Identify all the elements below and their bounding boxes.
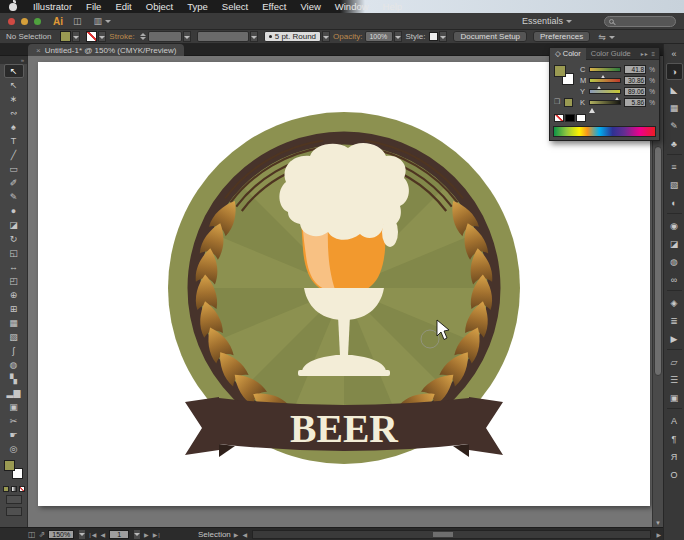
lasso-tool[interactable]: ∾ (4, 106, 24, 120)
status-menu-arrow[interactable]: ▶ (234, 531, 240, 538)
paragraph-panel-icon[interactable]: ¶ (666, 430, 683, 447)
close-tab-icon[interactable]: × (36, 46, 41, 55)
zoom-window-button[interactable] (34, 18, 41, 25)
gradient-button[interactable] (11, 486, 17, 492)
slider-value-field[interactable]: 5.86 (624, 98, 646, 107)
opacity-field[interactable]: 100% (365, 31, 393, 42)
align-panel-icon[interactable]: ☰ (666, 371, 683, 388)
preferences-button[interactable]: Preferences (533, 31, 590, 42)
next-artboard-button[interactable]: ▶ (144, 531, 150, 538)
slider-track[interactable] (589, 100, 621, 105)
last-artboard-button[interactable]: ▶| (153, 531, 161, 538)
drawing-modes-button[interactable] (6, 495, 22, 504)
fill-color-swatch[interactable] (60, 31, 71, 42)
scroll-right-icon[interactable]: ▶ (656, 531, 661, 538)
toolbar-collapse-icon[interactable]: » (0, 56, 27, 64)
menu-item[interactable]: Edit (108, 1, 138, 12)
color-button[interactable] (3, 486, 9, 492)
mesh-tool[interactable]: ▦ (4, 316, 24, 330)
opacity-link[interactable]: Opacity: (333, 32, 362, 41)
stroke-weight-dropdown[interactable] (183, 31, 191, 42)
stroke-color-swatch[interactable] (86, 31, 97, 42)
none-swatch[interactable] (554, 114, 564, 122)
free-transform-tool[interactable]: ◰ (4, 274, 24, 288)
kuler-panel-icon[interactable]: ◍ (666, 253, 683, 270)
hand-tool[interactable]: ☛ (4, 428, 24, 442)
horizontal-scrollbar[interactable] (252, 530, 651, 539)
document-setup-button[interactable]: Document Setup (453, 31, 527, 42)
panel-menu-icon[interactable]: ▸▸ ≡ (641, 50, 659, 57)
eraser-tool[interactable]: ◪ (4, 218, 24, 232)
status-display[interactable]: Selection (198, 530, 231, 539)
color-spectrum-bar[interactable] (553, 126, 656, 137)
profile-dropdown[interactable] (250, 31, 258, 42)
opacity-dropdown[interactable] (394, 31, 402, 42)
black-swatch[interactable] (565, 114, 575, 122)
variable-width-profile[interactable] (197, 31, 249, 42)
scroll-down-icon[interactable]: ▼ (653, 520, 663, 526)
fill-dropdown[interactable] (72, 31, 80, 42)
style-swatch[interactable] (429, 32, 438, 41)
color-guide-panel-icon[interactable]: ◣ (666, 81, 683, 98)
eyedropper-tool[interactable]: ʃ (4, 344, 24, 358)
web-safe-icon[interactable]: ❒ (554, 98, 560, 106)
arrange-documents-icon[interactable]: ▥ (94, 16, 112, 26)
fill-stroke-proxy[interactable] (2, 459, 26, 485)
apple-menu-icon[interactable] (9, 3, 17, 11)
menu-item[interactable]: View (293, 1, 327, 12)
last-color-swatch[interactable] (564, 98, 573, 107)
appearance-panel-icon[interactable]: ◉ (666, 217, 683, 234)
first-artboard-button[interactable]: |◀ (89, 531, 97, 538)
none-button[interactable] (19, 486, 25, 492)
perspective-grid-tool[interactable]: ⊞ (4, 302, 24, 316)
minimize-window-button[interactable] (21, 18, 28, 25)
expand-panels-button[interactable]: « (666, 45, 683, 62)
menu-item[interactable]: Type (180, 1, 215, 12)
magic-wand-tool[interactable]: ∗ (4, 92, 24, 106)
transparency-panel-icon[interactable]: ◐ (666, 194, 683, 211)
brush-definition[interactable]: 5 pt. Round (264, 31, 321, 42)
line-segment-tool[interactable]: ╱ (4, 148, 24, 162)
gradient-panel-icon[interactable]: ▧ (666, 176, 683, 193)
slider-track[interactable] (589, 78, 621, 83)
horizontal-scroll-thumb[interactable] (432, 531, 454, 538)
workspace-switcher[interactable]: Essentials (522, 16, 572, 26)
character-panel-icon[interactable]: A (666, 412, 683, 429)
zoom-dropdown[interactable] (78, 529, 86, 540)
gradient-tool[interactable]: ▧ (4, 330, 24, 344)
color-panel-icon[interactable]: ◑ (666, 63, 683, 80)
zoom-level-field[interactable]: 150% (48, 530, 74, 539)
scale-tool[interactable]: ◱ (4, 246, 24, 260)
fill-proxy-swatch[interactable] (4, 460, 15, 471)
share-icon[interactable]: ⇗ (39, 530, 46, 539)
slider-track[interactable] (589, 89, 621, 94)
tab-color[interactable]: ◇ Color (550, 48, 586, 60)
menu-item[interactable]: Select (215, 1, 255, 12)
previous-artboard-button[interactable]: ◀ (100, 531, 106, 538)
document-tab[interactable]: × Untitled-1* @ 150% (CMYK/Preview) (28, 44, 184, 56)
shape-builder-tool[interactable]: ⊕ (4, 288, 24, 302)
type-tool[interactable]: T (4, 134, 24, 148)
graphic-styles-panel-icon[interactable]: ◪ (666, 235, 683, 252)
cs-live-icon[interactable]: ◫ (28, 530, 36, 539)
menu-item[interactable]: Window (328, 1, 376, 12)
swatches-panel-icon[interactable]: ▦ (666, 99, 683, 116)
slider-value-field[interactable]: 30.86 (624, 76, 646, 85)
artboard-dropdown[interactable] (133, 529, 141, 540)
go-to-bridge-icon[interactable]: ◫ (73, 16, 82, 26)
column-graph-tool[interactable]: ▂▆ (4, 386, 24, 400)
stroke-panel-link[interactable]: Stroke: (109, 32, 134, 41)
symbols-panel-icon[interactable]: ♣ (666, 135, 683, 152)
panel-fill-swatch[interactable] (554, 65, 566, 77)
brushes-panel-icon[interactable]: ✎ (666, 117, 683, 134)
slice-tool[interactable]: ✂ (4, 414, 24, 428)
menu-item[interactable]: Object (139, 1, 180, 12)
artboard-tool[interactable]: ▣ (4, 400, 24, 414)
search-input[interactable] (604, 16, 676, 27)
zoom-tool[interactable]: ◎ (4, 442, 24, 456)
selection-tool[interactable]: ↖ (4, 64, 24, 78)
panel-fill-stroke-proxy[interactable]: ❒ (554, 64, 576, 110)
layers-panel-icon[interactable]: ≣ (666, 312, 683, 329)
artboard-number-field[interactable]: 1 (109, 530, 129, 539)
pathfinder-panel-icon[interactable]: ▣ (666, 389, 683, 406)
